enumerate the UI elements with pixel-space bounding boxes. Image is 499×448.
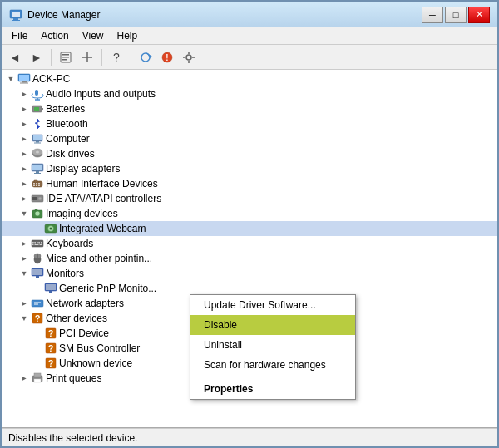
svg-rect-7 [62, 59, 67, 61]
device-label-audio: Audio inputs and outputs [46, 88, 156, 100]
svg-rect-39 [34, 173, 41, 174]
device-label-keyboards: Keyboards [46, 238, 93, 249]
svg-marker-11 [150, 55, 152, 58]
device-label-generic-monitor: Generic PnP Monito... [59, 283, 156, 294]
device-label-print: Print queues [46, 372, 101, 384]
device-icon-imaging [31, 207, 44, 220]
context-menu-item-properties[interactable]: Properties [190, 379, 355, 399]
svg-rect-30 [33, 135, 42, 140]
device-icon-mice [31, 252, 44, 265]
device-icon-print [31, 372, 44, 385]
tree-item-keyboards[interactable]: ►Keyboards [2, 236, 497, 251]
svg-rect-1 [12, 12, 20, 17]
svg-rect-28 [34, 107, 39, 111]
expand-icon[interactable]: ► [19, 254, 29, 263]
collapse-icon[interactable]: ▼ [19, 209, 29, 219]
expand-icon[interactable]: ► [19, 164, 29, 174]
expand-icon[interactable]: ► [19, 194, 29, 204]
window: Device Manager ─ □ ✕ File Action View He… [0, 0, 499, 448]
svg-rect-3 [12, 20, 20, 21]
device-label-monitors: Monitors [46, 268, 84, 279]
expand-icon[interactable]: ► [19, 373, 29, 383]
svg-rect-42 [33, 183, 35, 185]
svg-rect-21 [22, 81, 27, 83]
minimize-button[interactable]: ─ [422, 7, 443, 23]
collapse-icon[interactable]: ▼ [19, 313, 29, 323]
context-menu: Update Driver Software...DisableUninstal… [190, 294, 356, 400]
back-button[interactable]: ◄ [5, 47, 25, 67]
svg-rect-57 [32, 240, 43, 247]
tree-item-bluetooth[interactable]: ►Bluetooth [2, 116, 497, 131]
device-icon-smbus: ? [44, 342, 57, 355]
tree-item-computer[interactable]: ►Computer [2, 131, 497, 146]
tree-item-hid[interactable]: ►Human Interface Devices [2, 176, 497, 191]
device-label-batteries: Batteries [46, 103, 85, 115]
device-label-disk: Disk drives [46, 148, 95, 160]
svg-rect-31 [36, 141, 39, 143]
svg-rect-27 [42, 108, 43, 110]
context-menu-item-update[interactable]: Update Driver Software... [190, 295, 355, 315]
device-label-bluetooth: Bluetooth [46, 118, 88, 130]
device-icon-display [31, 162, 44, 175]
tree-item-webcam[interactable]: Integrated Webcam [2, 221, 497, 236]
device-label-smbus: SM Bus Controller [59, 342, 140, 354]
expand-icon[interactable]: ► [19, 134, 29, 144]
menu-help[interactable]: Help [111, 28, 145, 43]
expand-icon[interactable]: ► [19, 298, 29, 308]
context-menu-item-disable[interactable]: Disable [190, 315, 355, 335]
device-icon-monitors [31, 267, 44, 280]
svg-rect-45 [33, 185, 35, 187]
tree-item-batteries[interactable]: ►Batteries [2, 101, 497, 116]
svg-rect-23 [35, 90, 38, 96]
expand-icon[interactable]: ► [19, 239, 29, 249]
help-button[interactable]: ? [106, 47, 126, 67]
menu-file[interactable]: File [5, 28, 34, 43]
forward-button[interactable]: ► [27, 47, 47, 67]
menu-bar: File Action View Help [2, 27, 497, 45]
device-icon-batteries [31, 102, 44, 116]
tree-item-ide[interactable]: ►IDE ATA/ATAPI controllers [2, 191, 497, 206]
tree-item-ack-pc[interactable]: ▼ACK-PC [2, 71, 497, 86]
tree-item-mice[interactable]: ►Mice and other pointin... [2, 251, 497, 266]
close-button[interactable]: ✕ [468, 7, 490, 23]
settings-button[interactable] [179, 47, 199, 67]
tree-item-audio[interactable]: ►Audio inputs and outputs [2, 86, 497, 101]
svg-text:?: ? [48, 328, 54, 338]
menu-action[interactable]: Action [34, 28, 75, 43]
expand-icon[interactable]: ► [19, 179, 29, 189]
device-label-ide: IDE ATA/ATAPI controllers [46, 193, 161, 204]
expand-icon[interactable]: ► [19, 149, 29, 159]
expand-button[interactable] [77, 47, 97, 67]
device-label-imaging: Imaging devices [46, 208, 118, 219]
svg-rect-38 [36, 171, 39, 173]
context-menu-item-scan[interactable]: Scan for hardware changes [190, 355, 355, 375]
svg-rect-41 [34, 180, 37, 183]
svg-text:?: ? [48, 358, 54, 368]
device-icon-ide [31, 192, 44, 205]
svg-text:?: ? [35, 313, 41, 323]
tree-item-display[interactable]: ►Display adapters [2, 161, 497, 176]
expand-icon[interactable]: ► [19, 89, 29, 99]
device-label-display: Display adapters [46, 163, 120, 175]
tree-item-disk[interactable]: ►Disk drives [2, 146, 497, 161]
svg-rect-37 [32, 165, 42, 170]
device-icon-ack-pc [17, 72, 31, 86]
collapse-icon[interactable]: ▼ [19, 268, 29, 278]
update-button[interactable]: ! [157, 47, 177, 67]
scan-button[interactable] [136, 47, 156, 67]
expand-icon[interactable]: ► [19, 119, 29, 129]
svg-rect-75 [49, 291, 52, 293]
menu-view[interactable]: View [76, 28, 111, 43]
tree-item-imaging[interactable]: ▼Imaging devices [2, 206, 497, 221]
device-label-hid: Human Interface Devices [46, 178, 158, 190]
properties-button[interactable] [56, 47, 76, 67]
tree-item-monitors[interactable]: ▼Monitors [2, 266, 497, 281]
context-menu-item-uninstall[interactable]: Uninstall [190, 335, 355, 355]
svg-rect-74 [46, 284, 56, 290]
device-label-computer: Computer [46, 133, 90, 145]
expand-icon[interactable]: ► [19, 104, 29, 114]
device-icon-webcam [44, 222, 57, 235]
maximize-button[interactable]: □ [445, 7, 467, 23]
toolbar-sep-2 [101, 49, 102, 66]
collapse-icon[interactable]: ▼ [6, 74, 16, 84]
